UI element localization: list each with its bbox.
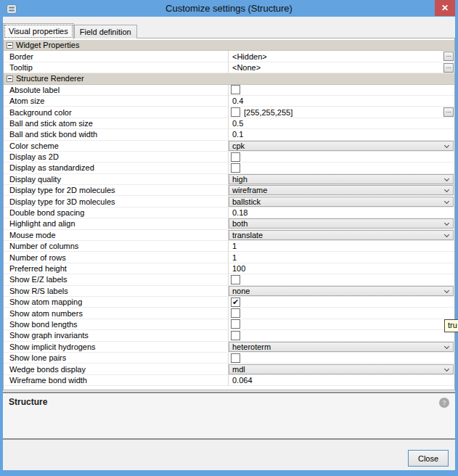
property-label: Show lone pairs <box>4 353 229 364</box>
chevron-down-icon <box>444 288 449 293</box>
value-text[interactable]: 0.064 <box>229 376 253 385</box>
dropdown-value: heteroterm <box>232 342 271 351</box>
property-row: Show implicit hydrogensheteroterm <box>4 342 454 353</box>
chevron-down-icon <box>444 221 449 226</box>
window-title: Customize settings (Structure) <box>0 3 458 14</box>
app-icon <box>7 4 17 13</box>
value-text[interactable]: 1 <box>229 253 237 262</box>
property-value: ✔ <box>229 297 454 308</box>
section-label: Structure Renderer <box>16 74 84 83</box>
dropdown[interactable]: wireframe <box>229 185 454 195</box>
close-button[interactable]: Close <box>408 450 449 467</box>
value-text[interactable]: <Hidden> <box>229 52 267 61</box>
value-text[interactable]: 0.18 <box>229 208 248 217</box>
checkbox[interactable] <box>231 85 240 94</box>
chevron-down-icon <box>444 232 449 237</box>
ellipsis-button[interactable]: ... <box>443 107 454 117</box>
property-label: Display as 2D <box>4 152 229 163</box>
property-row: Wedge bonds displaymdl <box>4 364 454 374</box>
dropdown[interactable]: high <box>229 174 454 184</box>
property-value <box>229 353 454 364</box>
dropdown[interactable]: translate <box>229 230 454 240</box>
checkbox[interactable] <box>231 331 240 340</box>
dropdown[interactable]: cpk <box>229 141 454 151</box>
property-row: Show atom numbers <box>4 308 454 319</box>
property-value: translate <box>229 230 454 241</box>
property-value: [255,255,255]... <box>229 107 454 118</box>
checkbox[interactable] <box>231 275 240 284</box>
value-text[interactable]: 0.4 <box>229 97 243 105</box>
help-icon[interactable]: ? <box>439 398 449 408</box>
property-label: Show R/S labels <box>4 286 229 297</box>
close-icon[interactable]: ✕ <box>435 0 455 16</box>
property-value <box>229 152 454 163</box>
property-label: Show implicit hydrogens <box>4 342 229 353</box>
chevron-down-icon <box>444 143 449 148</box>
property-label: Wireframe bond width <box>4 375 229 386</box>
dropdown[interactable]: mdl <box>229 364 454 374</box>
value-text[interactable]: [255,255,255] <box>240 108 293 117</box>
tab-visual-properties[interactable]: Visual properties <box>3 23 74 39</box>
dropdown[interactable]: heteroterm <box>229 342 454 352</box>
collapse-icon[interactable] <box>7 42 13 49</box>
minus-glyph <box>8 45 12 46</box>
property-label: Show atom mapping <box>4 297 229 308</box>
tab-field-definition[interactable]: Field definition <box>74 25 137 38</box>
property-label: Absolute label <box>4 85 229 96</box>
value-text[interactable]: 1 <box>229 242 237 250</box>
info-panel: Structure ? <box>3 393 455 438</box>
dropdown-value: high <box>232 175 248 184</box>
property-row: Background color[255,255,255]... <box>4 107 454 118</box>
ellipsis-button[interactable]: ... <box>443 52 454 61</box>
dialog-window: Customize settings (Structure) ✕ Visual … <box>0 0 458 476</box>
property-value: cpk <box>229 141 454 152</box>
checkbox[interactable] <box>231 152 240 162</box>
dropdown[interactable]: ballstick <box>229 197 454 207</box>
property-row: Color schemecpk <box>4 141 454 152</box>
property-label: Show E/Z labels <box>4 274 229 285</box>
chevron-down-icon <box>444 344 449 349</box>
collapse-icon[interactable] <box>7 75 13 82</box>
property-row: Number of rows1 <box>4 252 454 263</box>
property-row: Display as 2D <box>4 152 454 163</box>
dropdown-value: translate <box>232 231 263 239</box>
property-value <box>229 85 454 96</box>
tab-strip: Visual properties Field definition <box>3 22 137 38</box>
tooltip: tru <box>444 319 458 332</box>
dialog-content: Visual properties Field definition Widge… <box>3 17 455 470</box>
ellipsis-button[interactable]: ... <box>443 63 454 73</box>
dropdown[interactable]: both <box>229 218 454 229</box>
property-row: Show lone pairs <box>4 353 454 364</box>
property-value <box>229 319 454 330</box>
property-label: Display as standardized <box>4 163 229 173</box>
checkbox[interactable] <box>231 319 240 329</box>
title-bar: Customize settings (Structure) ✕ <box>0 0 458 17</box>
color-swatch[interactable] <box>231 107 240 117</box>
property-grid: Widget PropertiesBorder<Hidden>...Toolti… <box>3 38 455 390</box>
checkbox[interactable] <box>231 163 240 173</box>
property-row: Ball and stick bond width0.1 <box>4 129 454 140</box>
property-value: none <box>229 286 454 297</box>
property-value: 0.064 <box>229 375 454 386</box>
property-row: Absolute label <box>4 85 454 96</box>
property-label: Double bond spacing <box>4 208 229 218</box>
dropdown[interactable]: none <box>229 286 454 296</box>
property-row: Double bond spacing0.18 <box>4 208 454 218</box>
checkbox[interactable] <box>231 353 240 363</box>
property-label: Show atom numbers <box>4 308 229 319</box>
checkbox[interactable]: ✔ <box>231 298 240 307</box>
checkbox[interactable] <box>231 308 240 318</box>
value-text[interactable]: <None> <box>229 63 261 72</box>
property-value: 1 <box>229 241 454 252</box>
value-text[interactable]: 100 <box>229 264 245 273</box>
property-row: Show atom mapping✔ <box>4 297 454 308</box>
value-text[interactable]: 0.1 <box>229 130 243 139</box>
chevron-down-icon <box>444 366 449 371</box>
property-row: Preferred height100 <box>4 263 454 274</box>
value-text[interactable]: 0.5 <box>229 119 243 128</box>
property-row: Show bond lengths <box>4 319 454 330</box>
property-row: Show R/S labelsnone <box>4 286 454 297</box>
property-label: Wedge bonds display <box>4 364 229 374</box>
property-value: <Hidden>... <box>229 51 454 62</box>
property-value <box>229 330 454 341</box>
